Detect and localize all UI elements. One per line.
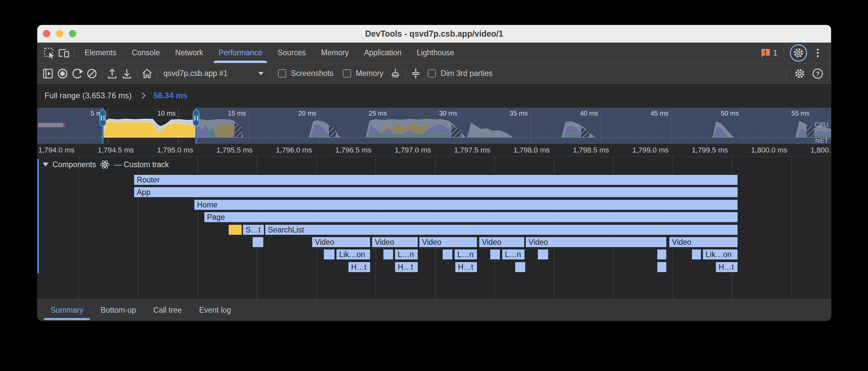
tab-elements[interactable]: Elements: [77, 42, 124, 63]
flame-bar-ln[interactable]: L…n: [394, 249, 418, 260]
divider: [786, 68, 786, 79]
flame-bar[interactable]: [252, 236, 264, 248]
history-dropdown[interactable]: qsvd7p.csb.app #1: [160, 69, 268, 78]
flame-bar[interactable]: [537, 249, 549, 260]
ruler-label: 1,795.5 ms: [186, 146, 253, 154]
flame-bar-video[interactable]: Video: [478, 236, 525, 248]
tab-label: Console: [132, 48, 160, 57]
track-header[interactable]: Components — Custom track: [42, 160, 169, 170]
flame-bar[interactable]: [657, 261, 667, 273]
flame-bar-video[interactable]: Video: [312, 236, 371, 248]
selected-tab-indicator: [44, 318, 90, 320]
flame-bar-video[interactable]: Video: [525, 236, 667, 248]
ruler-label: 1,799.0 ms: [602, 146, 669, 154]
overview-tick-label: 10 ms: [125, 110, 176, 117]
flame-bar-video[interactable]: Video: [419, 236, 477, 248]
tab-memory[interactable]: Memory: [313, 42, 356, 63]
flame-bar-ln[interactable]: L…n: [502, 249, 525, 260]
tab-performance[interactable]: Performance: [211, 42, 270, 63]
dim-3rd-parties-checkbox[interactable]: Dim 3rd parties: [423, 69, 497, 78]
flame-bar[interactable]: [442, 249, 453, 260]
selection-handle-left[interactable]: [99, 110, 106, 126]
ruler-label: 1,799.5 ms: [661, 146, 728, 154]
details-tab-bottom-up[interactable]: Bottom-up: [92, 299, 145, 321]
flame-bar[interactable]: [490, 249, 501, 260]
flame-bar[interactable]: [228, 224, 242, 235]
tab-application[interactable]: Application: [356, 42, 409, 63]
flame-bar[interactable]: [383, 249, 394, 260]
flame-bar-ln[interactable]: L…n: [454, 249, 477, 260]
memory-checkbox[interactable]: Memory: [338, 69, 388, 78]
tab-label: Sources: [278, 48, 306, 57]
flame-bar[interactable]: [657, 249, 667, 260]
record-icon[interactable]: [55, 66, 70, 81]
flame-bar[interactable]: [515, 261, 526, 273]
upload-profile-icon[interactable]: [105, 66, 120, 81]
devtools-window: DevTools - qsvd7p.csb.app/video/1 Elemen…: [37, 25, 831, 321]
screenshots-checkbox[interactable]: Screenshots: [273, 69, 338, 78]
flame-bar-ht[interactable]: H…t: [394, 261, 418, 273]
tab-lighthouse[interactable]: Lighthouse: [409, 42, 462, 63]
dock-panel-icon[interactable]: [41, 66, 55, 81]
collapse-sections-icon[interactable]: [408, 66, 423, 81]
flame-bar-likon[interactable]: Lik…on: [702, 249, 738, 260]
tab-sources[interactable]: Sources: [270, 42, 313, 63]
checkbox-box: [278, 69, 286, 78]
react-atom-icon: [100, 160, 110, 170]
flame-bar-app[interactable]: App: [133, 187, 738, 198]
minimize-window-button[interactable]: [56, 30, 63, 37]
overview-tick-label: 5 ms: [55, 110, 105, 117]
tab-network[interactable]: Network: [167, 42, 211, 63]
flame-bar-likon[interactable]: Lik…on: [336, 249, 371, 260]
overview-tick-label: 35 ms: [478, 110, 528, 117]
flame-chart[interactable]: Components — Custom track RouterAppHomeP…: [37, 156, 831, 299]
flame-bar-ht[interactable]: H…t: [715, 261, 738, 273]
flame-bar-page[interactable]: Page: [204, 211, 738, 223]
flame-bar-home[interactable]: Home: [194, 199, 738, 210]
home-icon[interactable]: [140, 66, 154, 81]
zoom-window-button[interactable]: [69, 30, 76, 37]
breadcrumb-full-range[interactable]: Full range (3,653.76 ms): [44, 91, 131, 100]
issues-button[interactable]: 1: [760, 48, 777, 58]
download-profile-icon[interactable]: [120, 66, 134, 81]
ruler-label: 1,798.5 ms: [542, 146, 609, 154]
reload-record-icon[interactable]: [70, 66, 85, 81]
overview-tick-label: 15 ms: [196, 110, 246, 117]
garbage-collect-icon[interactable]: [388, 66, 403, 81]
settings-button-focused[interactable]: [790, 44, 807, 62]
flame-bar-searchlist[interactable]: SearchList: [265, 224, 738, 235]
details-tab-summary[interactable]: Summary: [42, 299, 92, 321]
overview-tick-label: 50 ms: [689, 110, 739, 117]
ruler-label: 1,796.5 ms: [305, 146, 371, 154]
help-icon[interactable]: ?: [810, 66, 825, 81]
flame-bar-ht[interactable]: H…t: [348, 261, 371, 273]
inspect-element-icon[interactable]: [42, 46, 57, 60]
flame-bar-video[interactable]: Video: [371, 236, 418, 248]
gear-icon: [793, 47, 804, 59]
clear-icon[interactable]: [85, 66, 99, 81]
selection-handle-right[interactable]: [193, 110, 199, 126]
kebab-menu-icon[interactable]: [810, 46, 825, 60]
issue-count: 1: [773, 48, 777, 58]
device-toolbar-icon[interactable]: [57, 46, 71, 60]
collapse-track-icon[interactable]: [42, 163, 49, 167]
close-window-button[interactable]: [43, 30, 50, 37]
breadcrumb-selection[interactable]: 56.34 ms: [153, 91, 187, 100]
flame-bar[interactable]: [323, 249, 335, 260]
details-tab-call-tree[interactable]: Call tree: [145, 299, 191, 321]
settings-icon[interactable]: [793, 66, 807, 81]
flame-bar-st[interactable]: S…t: [242, 224, 265, 235]
flame-bar-ht[interactable]: H…t: [455, 261, 477, 273]
checkbox-label: Screenshots: [291, 69, 334, 78]
tab-label: Performance: [219, 48, 262, 57]
flame-bar-video[interactable]: Video: [669, 236, 738, 248]
details-tab-event-log[interactable]: Event log: [190, 299, 240, 321]
timeline-overview[interactable]: 5 ms10 ms15 ms20 ms25 ms30 ms35 ms40 ms4…: [37, 107, 831, 144]
ruler-label: 1,800.0 ms: [721, 146, 787, 154]
flame-bar[interactable]: [691, 249, 702, 260]
overview-tick-label: 20 ms: [267, 110, 316, 117]
net-lane-label: NET: [815, 137, 828, 144]
tab-console[interactable]: Console: [124, 42, 167, 63]
issue-badge-icon: [760, 48, 771, 58]
flame-bar-router[interactable]: Router: [133, 174, 738, 186]
